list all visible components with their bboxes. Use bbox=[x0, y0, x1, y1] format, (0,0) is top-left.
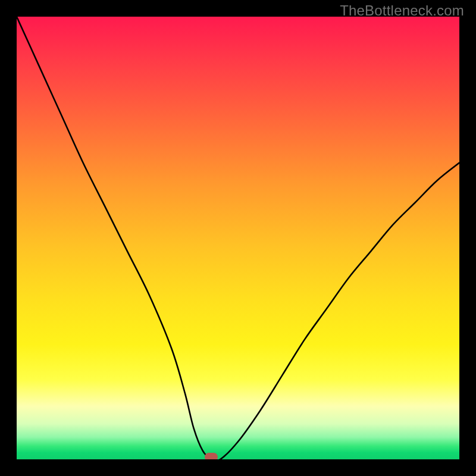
chart-stage: TheBottleneck.com bbox=[0, 0, 476, 476]
optimal-marker bbox=[205, 453, 218, 459]
plot-area bbox=[17, 17, 459, 459]
bottleneck-curve bbox=[17, 17, 459, 459]
